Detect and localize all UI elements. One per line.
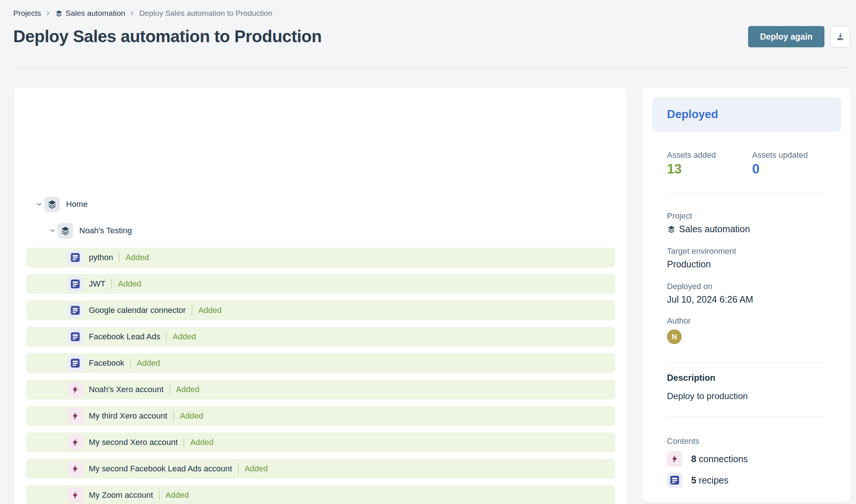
header-divider xyxy=(13,67,847,67)
asset-row[interactable]: JWT Added xyxy=(26,274,615,294)
assets-updated-label: Assets updated xyxy=(752,150,808,160)
connections-count: 8 xyxy=(691,454,696,464)
asset-row[interactable]: Google calendar connector Added xyxy=(26,300,615,320)
asset-name: JWT xyxy=(89,279,105,289)
asset-row[interactable]: My third Xero account Added xyxy=(26,406,615,426)
deployment-status-panel: Deployed xyxy=(652,97,841,132)
divider xyxy=(166,332,167,342)
contents-recipes-row: 5 recipes xyxy=(667,472,728,488)
project-label: Project xyxy=(667,211,692,221)
asset-name: My second Facebook Lead Ads account xyxy=(89,464,232,474)
asset-name: Facebook Lead Ads xyxy=(89,332,160,342)
asset-name: My Zoom account xyxy=(89,490,153,500)
asset-row[interactable]: My second Facebook Lead Ads account Adde… xyxy=(26,459,615,479)
chevron-down-icon[interactable] xyxy=(34,201,44,207)
divider xyxy=(184,437,184,448)
deploy-again-button[interactable]: Deploy again xyxy=(748,26,824,47)
chevron-down-icon[interactable] xyxy=(47,228,58,234)
download-button[interactable] xyxy=(830,26,850,47)
breadcrumb-projects-link[interactable]: Projects xyxy=(13,9,41,18)
chevron-right-icon xyxy=(45,10,51,16)
status-badge: Added xyxy=(198,306,222,315)
breadcrumb-current: Deploy Sales automation to Production xyxy=(139,9,272,18)
contents-connections-row: 8 connections xyxy=(667,451,748,467)
status-badge: Added xyxy=(180,411,203,421)
recipe-doc-icon xyxy=(68,276,83,292)
recipes-count: 5 xyxy=(691,475,696,485)
tree-label-home: Home xyxy=(66,200,88,209)
recipes-label: recipes xyxy=(699,475,729,485)
divider xyxy=(119,252,120,263)
divider xyxy=(173,411,174,421)
divider xyxy=(111,279,112,289)
description-label: Description xyxy=(667,373,715,383)
recipe-doc-icon xyxy=(68,250,83,265)
layers-icon xyxy=(55,10,63,17)
asset-row[interactable]: Facebook Lead Ads Added xyxy=(26,327,615,347)
page-title: Deploy Sales automation to Production xyxy=(13,26,322,46)
status-badge: Added xyxy=(137,358,160,368)
assets-updated-count: 0 xyxy=(752,161,759,177)
project-value: Sales automation xyxy=(667,224,750,234)
deployment-summary-panel: Deployed Assets added 13 Assets updated … xyxy=(642,87,851,503)
tree-label-noahs-testing: Noah's Testing xyxy=(79,226,132,235)
asset-row[interactable]: python Added xyxy=(26,248,615,267)
asset-row[interactable]: My second Xero account Added xyxy=(26,432,615,452)
divider xyxy=(192,305,192,315)
layers-icon xyxy=(58,223,73,238)
asset-row[interactable]: Facebook Added xyxy=(26,353,615,373)
bolt-icon xyxy=(68,382,83,397)
asset-name: My second Xero account xyxy=(89,438,178,447)
deployed-on-label: Deployed on xyxy=(667,282,712,291)
status-badge: Added xyxy=(166,490,189,500)
bolt-icon xyxy=(68,487,83,503)
status-badge: Added xyxy=(190,438,214,447)
status-badge: Added xyxy=(118,279,141,289)
avatar[interactable]: N xyxy=(667,329,682,344)
status-badge: Added xyxy=(126,253,149,262)
description-value: Deploy to production xyxy=(667,391,748,401)
download-icon xyxy=(835,32,845,42)
recipe-doc-icon xyxy=(68,329,83,344)
recipe-doc-icon xyxy=(667,472,682,488)
project-name: Sales automation xyxy=(679,224,750,234)
asset-name: Google calendar connector xyxy=(89,306,186,315)
breadcrumb-project-label: Sales automation xyxy=(66,9,125,18)
bolt-icon xyxy=(667,451,682,467)
deployment-assets-card: Home Noah's Testing python Added JWT Add… xyxy=(13,87,627,504)
deployed-on-value: Jul 10, 2024 6:26 AM xyxy=(667,294,753,305)
asset-name: My third Xero account xyxy=(89,411,167,421)
asset-name: Noah's Xero account xyxy=(89,385,164,394)
asset-row[interactable]: Noah's Xero account Added xyxy=(26,380,615,399)
asset-name: Facebook xyxy=(89,358,124,368)
tree-node-home: Home xyxy=(34,196,88,213)
status-badge: Added xyxy=(173,332,196,342)
divider xyxy=(159,490,160,500)
tree-node-noahs-testing: Noah's Testing xyxy=(47,222,132,239)
layers-icon xyxy=(667,225,676,234)
divider xyxy=(667,417,826,417)
status-badge: Added xyxy=(244,464,268,474)
target-environment-label: Target environment xyxy=(667,246,736,256)
recipe-doc-icon xyxy=(68,355,83,371)
asset-row[interactable]: My Zoom account Added xyxy=(26,485,615,504)
divider xyxy=(667,193,826,194)
divider xyxy=(238,464,239,474)
recipe-doc-icon xyxy=(68,303,83,318)
author-label: Author xyxy=(667,316,691,326)
breadcrumb-project-link[interactable]: Sales automation xyxy=(55,9,125,18)
bolt-icon xyxy=(68,408,83,424)
asset-name: python xyxy=(89,253,113,262)
divider xyxy=(170,384,170,395)
bolt-icon xyxy=(68,461,83,476)
divider xyxy=(667,362,826,362)
assets-added-count: 13 xyxy=(667,161,682,177)
divider xyxy=(130,358,131,368)
layers-icon xyxy=(44,197,60,212)
deployment-status: Deployed xyxy=(667,108,718,121)
assets-added-label: Assets added xyxy=(667,150,716,160)
status-badge: Added xyxy=(176,385,200,394)
chevron-right-icon xyxy=(129,10,135,16)
connections-label: connections xyxy=(699,454,748,464)
contents-label: Contents xyxy=(667,437,699,446)
